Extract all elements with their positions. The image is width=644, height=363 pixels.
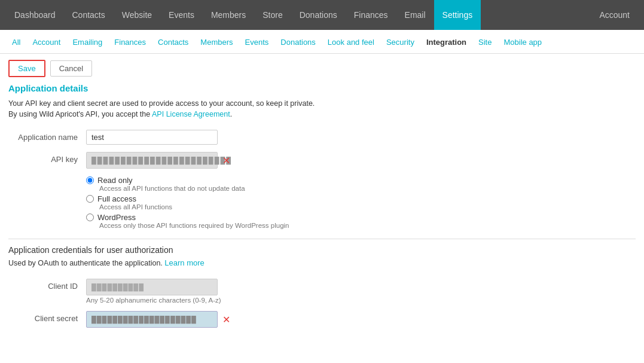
credentials-title: Application credentials for user authori… [8,245,636,255]
api-license-link[interactable]: API License Agreement [152,110,230,118]
app-description-1: Your API key and client secret are used … [8,99,636,108]
subnav-site[interactable]: Site [472,30,498,54]
api-key-label: API key [8,152,86,164]
api-key-row: API key ████████████████████████ ✕ [8,152,636,169]
nav-events[interactable]: Events [160,0,203,30]
nav-contacts[interactable]: Contacts [64,0,114,30]
action-bar: Save Cancel [0,54,644,83]
top-nav: Dashboard Contacts Website Events Member… [0,0,644,30]
app-name-label: Application name [8,130,86,142]
radio-full-access: Full access Access all API functions [86,194,289,211]
cancel-button[interactable]: Cancel [50,60,92,77]
client-secret-label: Client secret [8,311,86,323]
nav-settings[interactable]: Settings [434,0,481,30]
subnav-integration[interactable]: Integration [420,30,472,54]
radio-read-only-hint: Access all API functions that do not upd… [99,185,289,192]
api-key-value: ████████████████████████ [86,152,218,169]
subnav-members[interactable]: Members [194,30,239,54]
delete-api-key-icon[interactable]: ✕ [222,155,230,166]
subnav-security[interactable]: Security [380,30,420,54]
save-button[interactable]: Save [8,60,45,77]
client-secret-field-group: ████████████████████ ✕ [86,311,230,328]
app-name-row: Application name [8,130,636,145]
radio-full-access-hint: Access all API functions [99,203,289,211]
nav-email[interactable]: Email [396,0,434,30]
app-name-input[interactable] [86,130,218,145]
access-type-group: Read only Access all API functions that … [86,176,289,229]
radio-wordpress: WordPress Access only those API function… [86,213,289,229]
learn-more-link[interactable]: Learn more [164,258,204,267]
client-id-field-group: ██████████ Any 5-20 alphanumeric charact… [86,279,221,304]
client-id-row: Client ID ██████████ Any 5-20 alphanumer… [8,279,636,304]
radio-wordpress-label: WordPress [97,213,136,222]
client-id-label: Client ID [8,279,86,291]
radio-wordpress-hint: Access only those API functions required… [99,222,289,229]
client-id-value: ██████████ [86,279,218,295]
nav-members[interactable]: Members [203,0,254,30]
client-id-hint: Any 5-20 alphanumeric characters (0-9, A… [86,297,221,304]
access-type-row: Read only Access all API functions that … [8,176,636,229]
radio-read-only-label: Read only [97,176,133,185]
main-content: Application details Your API key and cli… [0,83,644,347]
radio-full-access-label: Full access [97,194,136,203]
nav-donations[interactable]: Donations [291,0,346,30]
nav-dashboard[interactable]: Dashboard [6,0,64,30]
app-details-title: Application details [8,83,636,93]
nav-store[interactable]: Store [254,0,291,30]
app-details-section: Application details Your API key and cli… [8,83,636,229]
subnav-emailing[interactable]: Emailing [66,30,108,54]
subnav-events[interactable]: Events [239,30,275,54]
subnav-donations[interactable]: Donations [274,30,322,54]
client-secret-value: ████████████████████ [86,311,218,328]
app-description-2: By using Wild Apricot's API, you accept … [8,110,636,118]
client-secret-row: Client secret ████████████████████ ✕ [8,311,636,328]
api-key-field-group: ████████████████████████ ✕ [86,152,230,169]
nav-finances[interactable]: Finances [346,0,396,30]
sub-nav: All Account Emailing Finances Contacts M… [0,30,644,54]
subnav-account[interactable]: Account [26,30,66,54]
subnav-look-and-feel[interactable]: Look and feel [322,30,380,54]
subnav-contacts[interactable]: Contacts [152,30,194,54]
radio-read-only-input[interactable] [86,176,94,184]
nav-website[interactable]: Website [114,0,160,30]
radio-wordpress-input[interactable] [86,213,94,221]
credentials-description: Used by OAuth to authenticate the applic… [8,258,636,267]
radio-read-only: Read only Access all API functions that … [86,176,289,192]
subnav-all[interactable]: All [6,30,26,54]
account-button[interactable]: Account [591,10,638,20]
subnav-mobile-app[interactable]: Mobile app [498,30,548,54]
delete-client-secret-icon[interactable]: ✕ [222,314,230,325]
radio-full-access-input[interactable] [86,195,94,203]
subnav-finances[interactable]: Finances [108,30,152,54]
credentials-section: Application credentials for user authori… [8,239,636,328]
